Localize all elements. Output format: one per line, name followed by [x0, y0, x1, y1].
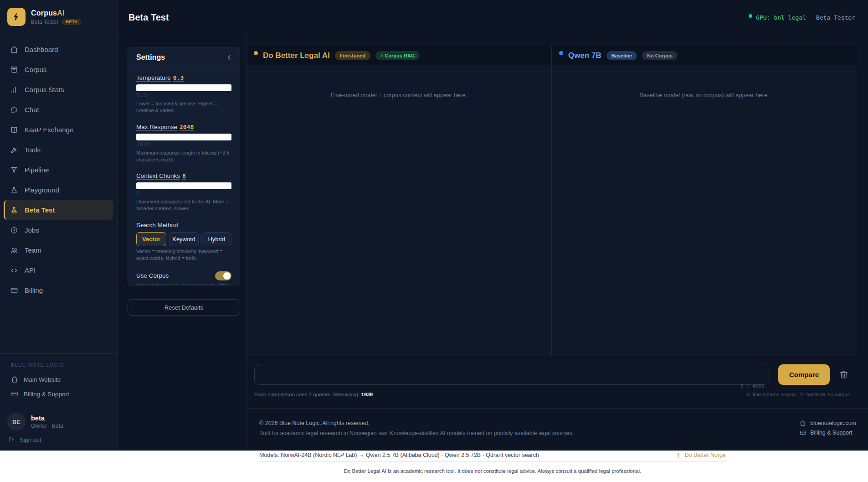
- footer-link-do-better-norge[interactable]: Do Better Norge: [675, 452, 726, 458]
- sidebar-item-billing[interactable]: Billing: [4, 280, 113, 300]
- footer-description: Built for academic legal research in Nor…: [259, 430, 574, 436]
- gpu-online-dot-icon: [749, 14, 752, 18]
- use-corpus-label: Use Corpus: [136, 272, 169, 279]
- fine-tuned-badge: Fine-tuned: [335, 51, 370, 60]
- sidebar-item-label: Chat: [25, 106, 39, 114]
- home-icon: [800, 420, 806, 426]
- reset-defaults-button[interactable]: Reset Defaults: [128, 299, 240, 316]
- brand-name-primary: Corpus: [31, 9, 57, 17]
- sidebar-item-jobs[interactable]: Jobs: [4, 220, 113, 240]
- footer-link-website[interactable]: bluenotelogic.com: [800, 420, 856, 426]
- user-profile[interactable]: BE beta Owner · Beta: [7, 413, 110, 431]
- use-corpus-help: Ground answers in your documents. Off = …: [136, 282, 231, 285]
- sidebar-item-label: Beta Test: [25, 206, 55, 214]
- main-area: Beta Test GPU: bnl-legal Beta Tester Set…: [118, 0, 868, 451]
- temperature-ghost-value: 0.3: [136, 92, 231, 98]
- context-chunks-help: Document passages fed to the AI. More = …: [136, 198, 231, 212]
- brand-subtitle: Beta Tester: [31, 19, 58, 25]
- credit-card-icon: [11, 390, 18, 398]
- baseline-badge: Baseline: [606, 51, 637, 60]
- user-name: beta: [31, 415, 63, 422]
- org-section-title: BLUE NOTE LOGIC: [7, 362, 110, 368]
- compare-button[interactable]: Compare: [778, 364, 830, 385]
- topbar: Beta Test GPU: bnl-legal Beta Tester: [118, 0, 868, 35]
- collapse-panel-button[interactable]: [225, 53, 233, 62]
- page-title: Beta Test: [128, 12, 169, 23]
- context-chunks-label: Context Chunks: [136, 172, 180, 179]
- context-chunks-slider[interactable]: [136, 182, 231, 189]
- copyright-text: © 2026 Blue Note Logic. All rights reser…: [259, 420, 574, 426]
- clock-icon: [10, 226, 18, 234]
- credit-card-icon: [10, 286, 18, 295]
- corpus-rag-badge: + Corpus RAG: [375, 51, 420, 60]
- fine-tuned-model-panel: Do Better Legal AI Fine-tuned + Corpus R…: [247, 46, 551, 356]
- use-corpus-toggle[interactable]: [215, 271, 231, 280]
- lightning-bolt-icon: [7, 8, 26, 26]
- search-method-help: Vector = meaning similarity. Keyword = e…: [136, 248, 231, 262]
- sidebar-item-corpus-stats[interactable]: Corpus Stats: [4, 80, 113, 99]
- sidebar-item-kaap-exchange[interactable]: KaaP Exchange: [4, 120, 113, 140]
- org-link-label: Billing & Support: [24, 391, 69, 398]
- model-a-placeholder: Fine-tuned model + corpus context will a…: [247, 92, 551, 98]
- sign-out-button[interactable]: Sign out: [7, 436, 110, 443]
- temperature-label: Temperature: [136, 74, 171, 81]
- sidebar-item-tools[interactable]: Tools: [4, 140, 113, 160]
- sidebar-item-chat[interactable]: Chat: [4, 100, 113, 119]
- query-input[interactable]: [254, 364, 769, 385]
- search-method-hybrid-button[interactable]: Hybrid: [201, 232, 231, 246]
- org-section: BLUE NOTE LOGIC Main Website Billing & S…: [0, 353, 117, 406]
- sidebar-item-team[interactable]: Team: [4, 240, 113, 260]
- lightbulb-icon: [675, 452, 682, 458]
- sidebar-item-dashboard[interactable]: Dashboard: [4, 40, 113, 59]
- sidebar-item-api[interactable]: API: [4, 260, 113, 280]
- footer-link-label: Do Better Norge: [685, 452, 726, 458]
- brand-name: CorpusAI: [31, 9, 81, 17]
- model-a-title: Do Better Legal AI: [263, 51, 330, 60]
- main-website-link[interactable]: Main Website: [7, 372, 110, 387]
- gpu-status: GPU: bnl-legal: [749, 14, 806, 21]
- compare-area: Do Better Legal AI Fine-tuned + Corpus R…: [246, 35, 868, 451]
- search-method-vector-button[interactable]: Vector: [136, 232, 166, 246]
- billing-support-link[interactable]: Billing & Support: [7, 387, 110, 401]
- brand-name-accent: AI: [57, 9, 64, 17]
- temperature-setting: Temperature0.3 0.3 Lower = focused & pre…: [136, 74, 231, 114]
- use-corpus-setting: Use Corpus Ground answers in your docume…: [136, 271, 231, 285]
- sign-out-label: Sign out: [20, 436, 41, 443]
- sidebar-item-label: Tools: [25, 146, 41, 154]
- footer: © 2026 Blue Note Logic. All rights reser…: [247, 408, 868, 451]
- code-icon: [10, 266, 18, 275]
- footer-link-billing[interactable]: Billing & Support: [800, 430, 852, 436]
- baseline-model-panel: Qwen 7B Baseline No Corpus Baseline mode…: [551, 46, 857, 356]
- home-icon: [10, 46, 18, 54]
- char-counter: 0 / 4000: [740, 383, 765, 389]
- sidebar-item-playground[interactable]: Playground: [4, 180, 113, 200]
- temperature-slider[interactable]: [136, 84, 231, 91]
- wrench-icon: [10, 146, 18, 154]
- bottom-strip: Models: NorwAI-24B (Nordic NLP Lab) → Qw…: [0, 451, 868, 482]
- funnel-icon: [10, 166, 18, 174]
- trash-icon[interactable]: [839, 369, 849, 379]
- models-info-line: Models: NorwAI-24B (Nordic NLP Lab) → Qw…: [259, 452, 539, 458]
- sidebar-item-corpus[interactable]: Corpus: [4, 60, 113, 79]
- sidebar-item-label: Dashboard: [25, 46, 58, 53]
- avatar: BE: [7, 413, 26, 431]
- brand-block[interactable]: CorpusAI Beta Tester BETA: [0, 0, 117, 34]
- chat-bubble-icon: [10, 106, 18, 114]
- sidebar-item-label: Playground: [25, 186, 59, 194]
- max-response-value: 2048: [180, 124, 194, 130]
- max-response-slider[interactable]: [136, 134, 231, 140]
- credit-card-icon: [800, 430, 806, 436]
- users-icon: [10, 246, 18, 254]
- sidebar-item-pipeline[interactable]: Pipeline: [4, 160, 113, 180]
- sidebar-item-label: API: [25, 266, 36, 274]
- footer-link-label: Billing & Support: [810, 430, 852, 436]
- divider: [259, 461, 726, 461]
- max-response-ghost-value: 2048: [136, 141, 231, 148]
- legal-disclaimer: Do Better Legal AI is an academic resear…: [259, 468, 726, 474]
- sidebar-item-label: Pipeline: [25, 166, 49, 174]
- sidebar-item-label: KaaP Exchange: [25, 126, 73, 134]
- search-method-keyword-button[interactable]: Keyword: [169, 232, 199, 246]
- sidebar-item-beta-test[interactable]: Beta Test: [4, 200, 113, 220]
- model-b-placeholder: Baseline model (raw, no corpus) will app…: [552, 92, 857, 98]
- context-chunks-ghost-value: 8: [136, 190, 231, 197]
